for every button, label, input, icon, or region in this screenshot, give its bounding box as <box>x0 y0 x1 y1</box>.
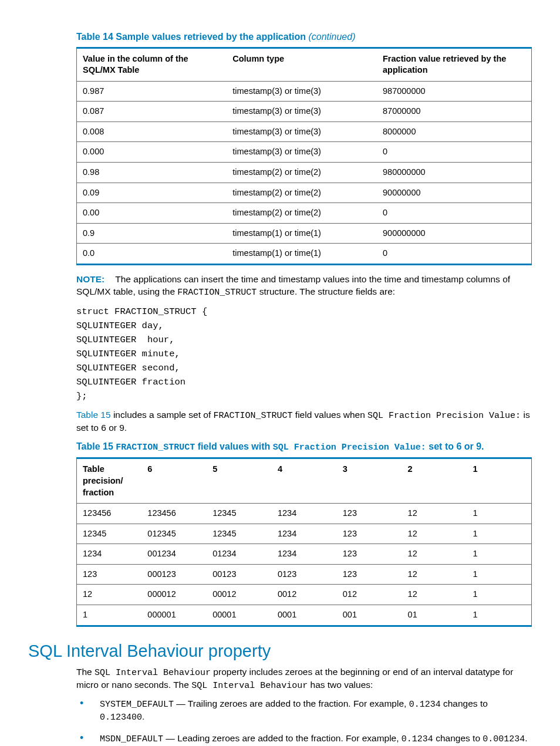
table15-xref[interactable]: Table 15 <box>76 410 111 420</box>
table-cell: 12 <box>77 585 142 605</box>
table-row: 0.09timestamp(2) or time(2)90000000 <box>77 183 532 203</box>
sec-m2: SQL Interval Behaviour <box>191 681 308 691</box>
note-text-b: structure. The structure fields are: <box>257 286 395 296</box>
table-cell: 1 <box>467 605 531 626</box>
table-cell: 0001 <box>272 605 337 626</box>
table-cell: 012345 <box>141 524 207 544</box>
table-cell: 0 <box>377 203 532 224</box>
table-cell: 0.008 <box>77 121 227 142</box>
b2-m3: 0.001234 <box>483 734 525 744</box>
b2-b: changes to <box>433 733 483 743</box>
b1-b: changes to <box>441 698 488 708</box>
table-cell: 01 <box>402 605 467 626</box>
table-cell: 0123 <box>272 564 337 585</box>
table-cell: 1 <box>467 544 531 565</box>
table-cell: 12 <box>402 524 467 544</box>
table-row: 0.087timestamp(3) or time(3)87000000 <box>77 102 532 122</box>
table15: Table precision/ fraction 6 5 4 3 2 1 12… <box>76 457 532 626</box>
table-cell: 0.000 <box>77 142 227 163</box>
table-cell: 0 <box>377 244 532 265</box>
sec-m1: SQL Interval Behaviour <box>95 668 211 678</box>
table-row: 0.9timestamp(1) or time(1)900000000 <box>77 223 532 244</box>
table-cell: 900000000 <box>377 223 532 244</box>
b1-m3: 0.123400 <box>100 713 142 723</box>
table-cell: 000001 <box>141 605 207 626</box>
table-cell: 8000000 <box>377 121 532 142</box>
table-row: 1000001000010001001011 <box>77 605 532 626</box>
table14-caption-text: Table 14 Sample values retrieved by the … <box>76 32 308 42</box>
t15-h3: 4 <box>272 458 337 504</box>
table-cell: timestamp(2) or time(2) <box>227 203 377 224</box>
table-cell: 123 <box>337 524 402 544</box>
table-cell: 0.00 <box>77 203 227 224</box>
table-cell: 12345 <box>207 504 272 524</box>
table-cell: 0.9 <box>77 223 227 244</box>
section-heading: SQL Interval Behaviour property <box>28 640 532 663</box>
bullet-system-default: SYSTEM_DEFAULT — Trailing zeroes are add… <box>76 698 532 724</box>
table-row: 0.987timestamp(3) or time(3)987000000 <box>77 81 532 102</box>
table-row: 12000012000120012012121 <box>77 585 532 605</box>
values-list: SYSTEM_DEFAULT — Trailing zeroes are add… <box>76 698 532 745</box>
table-cell: 87000000 <box>377 102 532 122</box>
table14-header-col2: Column type <box>227 48 377 81</box>
table-cell: 1 <box>467 524 531 544</box>
table-cell: timestamp(2) or time(2) <box>227 162 377 183</box>
table-cell: 123 <box>337 544 402 565</box>
table-row: 0.0timestamp(1) or time(1)0 <box>77 244 532 265</box>
table-row: 123000123001230123123121 <box>77 564 532 585</box>
table-cell: 0.0 <box>77 244 227 265</box>
table-cell: 123 <box>337 564 402 585</box>
t15-cap-m1: FRACTION_STRUCT <box>116 443 195 453</box>
b1-a: — Trailing zeroes are added to the fract… <box>174 698 409 708</box>
table-cell: 1 <box>467 504 531 524</box>
table-row: 0.000timestamp(3) or time(3)0 <box>77 142 532 163</box>
table-cell: 0.98 <box>77 162 227 183</box>
table-cell: timestamp(1) or time(1) <box>227 244 377 265</box>
b1-m2: 0.1234 <box>409 700 441 710</box>
note-mono: FRACTION_STRUCT <box>177 288 257 298</box>
table-cell: timestamp(3) or time(3) <box>227 102 377 122</box>
t15-cap-b: field values with <box>195 441 272 451</box>
table-cell: 1 <box>77 605 142 626</box>
section-intro: The SQL Interval Behaviour property incl… <box>76 666 532 693</box>
table-cell: 1 <box>467 585 531 605</box>
table-cell: 00123 <box>207 564 272 585</box>
table-cell: 0 <box>377 142 532 163</box>
table-row: 1234001234012341234123121 <box>77 544 532 565</box>
table-row: 123456123456123451234123121 <box>77 504 532 524</box>
table-cell: 0.987 <box>77 81 227 102</box>
table-cell: 12345 <box>77 524 142 544</box>
para15-a: includes a sample set of <box>111 410 214 420</box>
table-cell: 987000000 <box>377 81 532 102</box>
t15-h6: 1 <box>467 458 531 504</box>
table-cell: 1 <box>467 564 531 585</box>
table15-caption: Table 15 FRACTION_STRUCT field values wi… <box>76 440 532 454</box>
table-cell: 12 <box>402 544 467 565</box>
table-cell: 0.087 <box>77 102 227 122</box>
table-cell: 12345 <box>207 524 272 544</box>
table-cell: 0.09 <box>77 183 227 203</box>
table-cell: 123456 <box>77 504 142 524</box>
table-cell: 00001 <box>207 605 272 626</box>
table-cell: timestamp(3) or time(3) <box>227 81 377 102</box>
table-cell: 012 <box>337 585 402 605</box>
b2-m1: MSDN_DEFAULT <box>100 734 163 744</box>
table-row: 0.00timestamp(2) or time(2)0 <box>77 203 532 224</box>
para-table15-intro: Table 15 includes a sample set of FRACTI… <box>76 409 532 434</box>
table-cell: 1234 <box>272 504 337 524</box>
table-cell: 1234 <box>272 524 337 544</box>
table-cell: 123 <box>337 504 402 524</box>
table-cell: 12 <box>402 504 467 524</box>
table-cell: 01234 <box>207 544 272 565</box>
table-cell: 1234 <box>272 544 337 565</box>
note-paragraph: NOTE: The applications can insert the ti… <box>76 274 532 299</box>
table14-header-col1: Value in the column of the SQL/MX Table <box>77 48 227 81</box>
t15-h5: 2 <box>402 458 467 504</box>
table14-caption-continued: (continued) <box>308 32 355 42</box>
sec-a: The <box>76 667 95 677</box>
table-row: 0.008timestamp(3) or time(3)8000000 <box>77 121 532 142</box>
para15-m2: SQL Fraction Precision Value: <box>367 411 521 421</box>
b2-m2: 0.1234 <box>402 734 433 744</box>
b2-a: — Leading zeroes are added to the fracti… <box>163 733 402 743</box>
table-row: 12345012345123451234123121 <box>77 524 532 544</box>
